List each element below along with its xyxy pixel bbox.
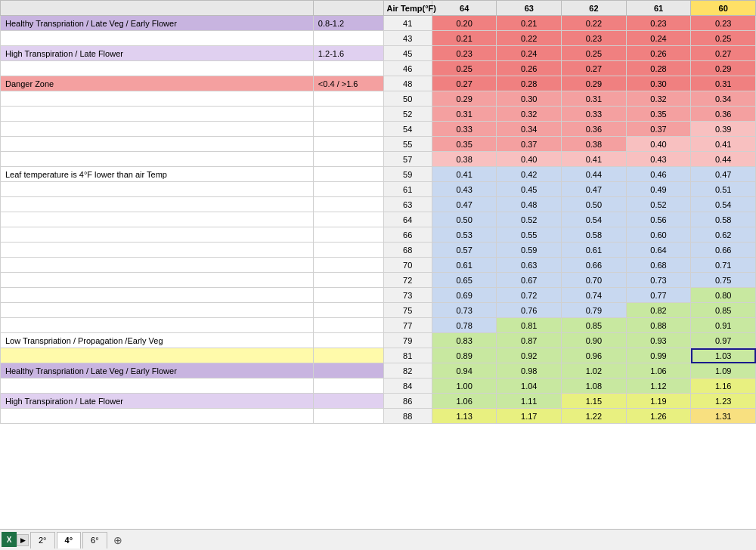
data-cell[interactable]: 0.60 <box>626 227 691 243</box>
data-cell[interactable]: 0.69 <box>432 288 497 303</box>
data-cell[interactable]: 0.39 <box>691 122 756 137</box>
data-cell[interactable]: 0.67 <box>497 273 562 288</box>
data-cell[interactable]: 0.65 <box>432 273 497 288</box>
data-cell[interactable]: 0.33 <box>562 107 627 122</box>
data-cell[interactable]: 0.22 <box>562 16 627 31</box>
data-cell[interactable]: 0.27 <box>432 76 497 91</box>
data-cell[interactable]: 1.13 <box>432 409 497 424</box>
data-cell[interactable]: 0.59 <box>497 243 562 258</box>
data-cell[interactable]: 0.23 <box>432 46 497 61</box>
data-cell[interactable]: 0.97 <box>691 333 756 348</box>
data-cell[interactable]: 0.29 <box>691 61 756 76</box>
data-cell[interactable]: 0.71 <box>691 258 756 273</box>
data-cell[interactable]: 0.62 <box>691 227 756 243</box>
data-cell[interactable]: 0.28 <box>626 61 691 76</box>
tab-6deg[interactable]: 6° <box>82 532 107 548</box>
data-cell[interactable]: 0.46 <box>626 167 691 182</box>
data-cell[interactable]: 0.23 <box>562 31 627 46</box>
data-cell[interactable]: 0.57 <box>432 243 497 258</box>
tab-4deg[interactable]: 4° <box>57 532 82 548</box>
data-cell[interactable]: 0.73 <box>626 273 691 288</box>
data-cell[interactable]: 0.92 <box>497 348 562 363</box>
data-cell[interactable]: 0.55 <box>497 227 562 243</box>
data-cell[interactable]: 0.81 <box>497 318 562 333</box>
data-cell[interactable]: 0.61 <box>432 258 497 273</box>
data-cell[interactable]: 1.06 <box>626 363 691 379</box>
data-cell[interactable]: 0.32 <box>626 91 691 107</box>
data-cell[interactable]: 1.22 <box>562 409 627 424</box>
data-cell[interactable]: 0.76 <box>497 303 562 318</box>
data-cell[interactable]: 0.47 <box>691 167 756 182</box>
data-cell[interactable]: 0.66 <box>691 243 756 258</box>
data-cell[interactable]: 0.33 <box>432 122 497 137</box>
data-cell[interactable]: 0.98 <box>497 363 562 379</box>
data-cell[interactable]: 0.21 <box>497 16 562 31</box>
data-cell[interactable]: 0.27 <box>691 46 756 61</box>
data-cell[interactable]: 0.30 <box>497 91 562 107</box>
data-cell[interactable]: 0.50 <box>562 197 627 212</box>
data-cell[interactable]: 0.78 <box>432 318 497 333</box>
data-cell[interactable]: 0.32 <box>497 107 562 122</box>
data-cell[interactable]: 0.42 <box>497 167 562 182</box>
data-cell[interactable]: 0.80 <box>691 288 756 303</box>
data-cell[interactable]: 0.29 <box>432 91 497 107</box>
data-cell[interactable]: 0.25 <box>432 61 497 76</box>
data-cell[interactable]: 0.35 <box>626 107 691 122</box>
data-cell[interactable]: 1.26 <box>626 409 691 424</box>
tab-add-button[interactable]: ⊕ <box>109 533 127 548</box>
data-cell[interactable]: 0.52 <box>626 197 691 212</box>
data-cell[interactable]: 0.99 <box>626 348 691 363</box>
data-cell[interactable]: 0.22 <box>497 31 562 46</box>
data-cell[interactable]: 0.36 <box>691 107 756 122</box>
data-cell[interactable]: 1.06 <box>432 394 497 409</box>
data-cell[interactable]: 0.63 <box>497 258 562 273</box>
data-cell[interactable]: 0.31 <box>562 91 627 107</box>
data-cell[interactable]: 0.24 <box>626 31 691 46</box>
data-cell[interactable]: 0.70 <box>562 273 627 288</box>
data-cell[interactable]: 1.19 <box>626 394 691 409</box>
data-cell[interactable]: 0.49 <box>626 182 691 197</box>
data-cell[interactable]: 0.89 <box>432 348 497 363</box>
data-cell[interactable]: 0.58 <box>562 227 627 243</box>
data-cell[interactable]: 0.93 <box>626 333 691 348</box>
data-cell[interactable]: 0.94 <box>432 363 497 379</box>
data-cell[interactable]: 0.37 <box>497 137 562 152</box>
data-cell[interactable]: 0.88 <box>626 318 691 333</box>
data-cell[interactable]: 0.30 <box>626 76 691 91</box>
data-cell[interactable]: 0.26 <box>497 61 562 76</box>
data-cell[interactable]: 0.31 <box>432 107 497 122</box>
data-cell[interactable]: 1.15 <box>562 394 627 409</box>
data-cell[interactable]: 0.50 <box>432 212 497 227</box>
data-cell[interactable]: 1.04 <box>497 379 562 394</box>
data-cell[interactable]: 0.52 <box>497 212 562 227</box>
data-cell[interactable]: 0.26 <box>626 46 691 61</box>
data-cell[interactable]: 0.87 <box>497 333 562 348</box>
data-cell[interactable]: 0.47 <box>432 197 497 212</box>
data-cell[interactable]: 0.58 <box>691 212 756 227</box>
data-cell[interactable]: 0.56 <box>626 212 691 227</box>
data-cell[interactable]: 0.68 <box>626 258 691 273</box>
data-cell[interactable]: 1.23 <box>691 394 756 409</box>
data-cell[interactable]: 0.96 <box>562 348 627 363</box>
data-cell[interactable]: 0.28 <box>497 76 562 91</box>
data-cell[interactable]: 0.37 <box>626 122 691 137</box>
data-cell[interactable]: 0.53 <box>432 227 497 243</box>
data-cell[interactable]: 0.61 <box>562 243 627 258</box>
data-cell[interactable]: 0.44 <box>562 167 627 182</box>
data-cell[interactable]: 0.51 <box>691 182 756 197</box>
data-cell[interactable]: 0.48 <box>497 197 562 212</box>
data-cell[interactable]: 0.74 <box>562 288 627 303</box>
data-cell[interactable]: 0.47 <box>562 182 627 197</box>
data-cell[interactable]: 0.35 <box>432 137 497 152</box>
data-cell[interactable]: 0.54 <box>691 197 756 212</box>
data-cell[interactable]: 0.34 <box>691 91 756 107</box>
data-cell[interactable]: 0.31 <box>691 76 756 91</box>
data-cell[interactable]: 0.38 <box>562 137 627 152</box>
data-cell[interactable]: 0.91 <box>691 318 756 333</box>
data-cell[interactable]: 0.23 <box>691 16 756 31</box>
data-cell[interactable]: 1.11 <box>497 394 562 409</box>
data-cell[interactable]: 0.64 <box>626 243 691 258</box>
data-cell[interactable]: 0.20 <box>432 16 497 31</box>
data-cell[interactable]: 0.27 <box>562 61 627 76</box>
data-cell[interactable]: 1.09 <box>691 363 756 379</box>
